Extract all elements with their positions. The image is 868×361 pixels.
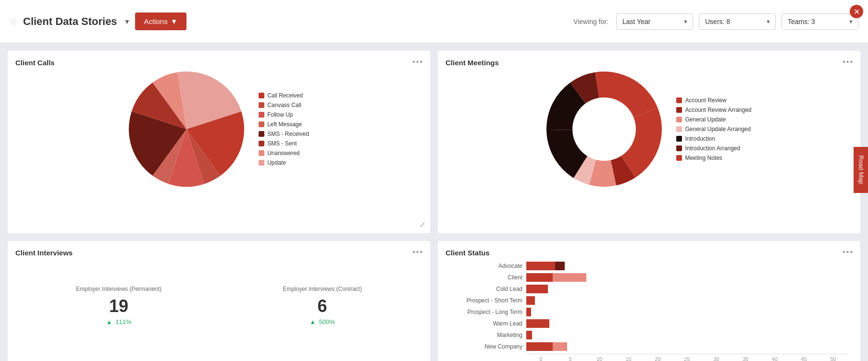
bar-label-cold-lead: Cold Lead (450, 286, 522, 292)
title-dropdown-icon[interactable]: ▼ (124, 18, 131, 25)
bar-label-prospect-short: Prospect - Short Term (450, 297, 522, 304)
legend-item-account-review-arranged: Account Review Arranged (676, 107, 751, 113)
legend-item-introduction-arranged: Introduction Arranged (676, 145, 751, 152)
interview-stat-permanent: Employer Interviews (Permanent) 19 111% (76, 286, 161, 325)
bar-segment (526, 262, 555, 270)
bar-label-warm-lead: Warm Lead (450, 320, 522, 327)
bar-segment (526, 273, 553, 282)
interview-contract-change: 500% (283, 318, 362, 325)
axis-label-25: 25 (672, 356, 702, 361)
bar-segment (526, 331, 532, 339)
client-meetings-legend: Account Review Account Review Arranged G… (676, 97, 751, 161)
bar-label-new-company: New Company (450, 343, 522, 350)
client-status-chart: Advocate Client Cold Lead (446, 262, 853, 361)
bar-track-warm-lead (526, 319, 848, 328)
client-meetings-donut (546, 72, 662, 187)
interview-stat-contract: Employer Interviews (Contract) 6 500% (283, 286, 362, 325)
time-filter-select[interactable]: Last Year This Year Last Month (616, 13, 693, 30)
legend-item-canvass-call: Canvass Call (259, 102, 309, 108)
bar-segment (526, 285, 548, 293)
bar-row-cold-lead: Cold Lead (450, 285, 848, 293)
interview-permanent-value: 19 (76, 296, 161, 316)
client-interviews-menu[interactable]: ••• (412, 248, 423, 256)
bar-track-new-company (526, 342, 848, 351)
close-button[interactable]: ✕ (850, 5, 863, 18)
client-calls-legend: Call Received Canvass Call Follow Up Lef… (259, 92, 309, 166)
axis-label-20: 20 (643, 356, 672, 361)
bar-label-advocate: Advocate (450, 263, 522, 269)
axis-label-35: 35 (731, 356, 760, 361)
road-map-button[interactable]: Road Map (854, 147, 868, 193)
bar-row-advocate: Advocate (450, 262, 848, 270)
client-meetings-menu[interactable]: ••• (843, 58, 854, 66)
header-right: Viewing for: Last Year This Year Last Mo… (573, 13, 858, 30)
page-title: Client Data Stories (23, 15, 117, 28)
bar-row-client: Client (450, 273, 848, 282)
legend-item-call-received: Call Received (259, 92, 309, 99)
expand-icon[interactable]: ⤢ (420, 221, 425, 229)
legend-color-left-message (259, 121, 264, 127)
bar-track-marketing (526, 331, 848, 339)
client-calls-chart: Call Received Canvass Call Follow Up Lef… (15, 72, 422, 187)
bar-track-prospect-short (526, 296, 848, 305)
interview-contract-label: Employer Interviews (Contract) (283, 286, 362, 292)
bar-segment (526, 319, 549, 328)
bar-track-client (526, 273, 848, 282)
bar-row-new-company: New Company (450, 342, 848, 351)
teams-filter-select[interactable]: Teams: 3 (781, 13, 858, 30)
header-left: ☆ Client Data Stories ▼ Actions ▼ (10, 12, 573, 30)
actions-dropdown-icon: ▼ (171, 17, 178, 25)
interview-permanent-change: 111% (76, 318, 161, 325)
legend-item-meeting-notes: Meeting Notes (676, 155, 751, 161)
actions-button[interactable]: Actions ▼ (135, 12, 186, 30)
road-map-container: Road Map (854, 147, 868, 193)
bar-segment (526, 308, 531, 316)
svg-point-0 (572, 97, 636, 161)
bar-row-warm-lead: Warm Lead (450, 319, 848, 328)
bar-axis: 0 5 10 15 20 25 30 35 40 45 50 (526, 354, 848, 361)
axis-label-40: 40 (760, 356, 790, 361)
star-icon[interactable]: ☆ (10, 16, 18, 27)
legend-color-sms-received (259, 131, 264, 137)
bar-label-client: Client (450, 274, 522, 281)
legend-item-account-review: Account Review (676, 97, 751, 104)
client-meetings-chart: Account Review Account Review Arranged G… (446, 72, 853, 187)
bar-row-prospect-long: Prospect - Long Term (450, 308, 848, 316)
bar-segment (553, 342, 567, 351)
legend-color-sms-sent (259, 141, 264, 146)
legend-item-update: Update (259, 159, 309, 166)
legend-color-canvass-call (259, 102, 264, 108)
legend-item-introduction: Introduction (676, 135, 751, 142)
client-status-title: Client Status (446, 249, 490, 257)
axis-label-30: 30 (702, 356, 731, 361)
arrow-up-icon-2 (310, 318, 317, 325)
bar-segment (553, 273, 586, 282)
axis-label-0: 0 (526, 356, 556, 361)
bar-row-prospect-short: Prospect - Short Term (450, 296, 848, 305)
legend-item-sms-sent: SMS - Sent (259, 140, 309, 147)
interview-contract-value: 6 (283, 296, 362, 316)
time-filter-wrapper: Last Year This Year Last Month (616, 13, 693, 30)
client-status-card: Client Status ••• Advocate Client (438, 241, 860, 361)
axis-label-10: 10 (585, 356, 614, 361)
bar-segment (526, 296, 535, 305)
axis-label-15: 15 (614, 356, 643, 361)
client-status-menu[interactable]: ••• (843, 248, 854, 256)
bar-segment (526, 342, 553, 351)
client-calls-menu[interactable]: ••• (412, 58, 423, 66)
legend-item-general-update: General Update (676, 116, 751, 123)
legend-item-left-message: Left Message (259, 121, 309, 128)
client-interviews-card: Client Interviews ••• Employer Interview… (8, 241, 430, 361)
client-calls-pie (129, 72, 244, 187)
users-filter-wrapper: Users: 8 (699, 13, 776, 30)
legend-item-general-update-arranged: General Update Arranged (676, 126, 751, 132)
legend-color-update (259, 160, 264, 166)
users-filter-select[interactable]: Users: 8 (699, 13, 776, 30)
bar-track-advocate (526, 262, 848, 270)
interviews-content: Employer Interviews (Permanent) 19 111% … (15, 286, 422, 325)
bar-row-marketing: Marketing (450, 331, 848, 339)
arrow-up-icon (106, 318, 114, 325)
viewing-label: Viewing for: (573, 18, 608, 25)
axis-label-45: 45 (789, 356, 818, 361)
bar-label-marketing: Marketing (450, 332, 522, 338)
